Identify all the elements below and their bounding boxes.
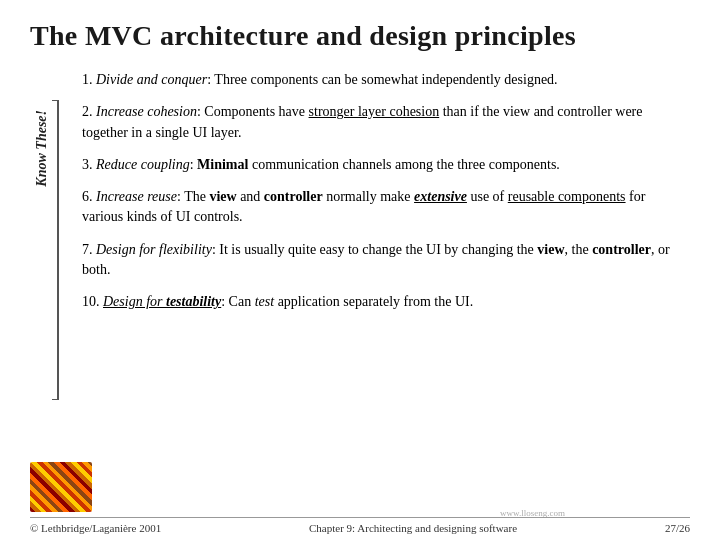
item-2-label: Increase cohesion [96, 104, 197, 119]
item-6-controller: controller [264, 189, 323, 204]
item-6-use: use of [467, 189, 508, 204]
item-10-label-design: Design for [103, 294, 166, 309]
item-7-controller: controller [592, 242, 651, 257]
item-1-label: Divide and conquer [96, 72, 207, 87]
item-6-view: view [209, 189, 236, 204]
item-10-rest: application separately from the UI. [274, 294, 473, 309]
item-10-number: 10. [82, 294, 103, 309]
item-1: 1. Divide and conquer: Three components … [82, 70, 690, 90]
content-wrapper: Know These! 1. Divide and conquer: Three… [30, 70, 690, 400]
main-content: 1. Divide and conquer: Three components … [82, 70, 690, 400]
footer-chapter: Chapter 9: Architecting and designing so… [161, 522, 665, 534]
item-10-test: test [255, 294, 274, 309]
item-3-label: Reduce coupling [96, 157, 190, 172]
item-6-colon: : The [177, 189, 209, 204]
item-6-number: 6. [82, 189, 96, 204]
item-3-rest: communication channels among the three c… [248, 157, 559, 172]
item-7: 7. Design for flexibility: It is usually… [82, 240, 690, 281]
item-2-text: 2. Increase cohesion: Components have st… [82, 104, 643, 139]
item-6-and: and [237, 189, 264, 204]
item-7-comma1: , the [565, 242, 593, 257]
footer-divider [30, 517, 690, 518]
item-7-number: 7. [82, 242, 96, 257]
footer-copyright: © Lethbridge/Laganière 2001 [30, 522, 161, 534]
item-3: 3. Reduce coupling: Minimal communicatio… [82, 155, 690, 175]
item-6-label: Increase reuse [96, 189, 177, 204]
footer-row: © Lethbridge/Laganière 2001 Chapter 9: A… [30, 522, 690, 534]
brace-svg [50, 100, 62, 400]
item-10-colon: : Can [221, 294, 254, 309]
item-7-colon: : It is usually quite easy to change the… [212, 242, 537, 257]
item-6-normally: normally make [323, 189, 414, 204]
item-6-reusable: reusable components [508, 189, 626, 204]
item-3-number: 3. [82, 157, 96, 172]
footer-page: 27/26 [665, 522, 690, 534]
item-2-number: 2. [82, 104, 96, 119]
item-6: 6. Increase reuse: The view and controll… [82, 187, 690, 228]
item-6-text: 6. Increase reuse: The view and controll… [82, 189, 645, 224]
decorative-image [30, 462, 92, 512]
item-2: 2. Increase cohesion: Components have st… [82, 102, 690, 143]
item-7-text: 7. Design for flexibility: It is usually… [82, 242, 670, 277]
know-these-label: Know These! [30, 110, 50, 187]
item-7-view: view [537, 242, 564, 257]
item-7-label: Design for flexibility [96, 242, 212, 257]
item-10: 10. Design for testability: Can test app… [82, 292, 690, 312]
item-1-text: 1. Divide and conquer: Three components … [82, 72, 558, 87]
item-1-colon: : Three components can be somewhat indep… [207, 72, 557, 87]
item-2-colon: : Components have [197, 104, 309, 119]
item-6-extensive: extensive [414, 189, 467, 204]
item-2-underline: stronger layer cohesion [309, 104, 440, 119]
brace-container: Know These! [30, 70, 70, 400]
slide-title: The MVC architecture and design principl… [30, 20, 690, 52]
item-3-text: 3. Reduce coupling: Minimal communicatio… [82, 157, 560, 172]
item-10-text: 10. Design for testability: Can test app… [82, 294, 473, 309]
item-3-colon: : [190, 157, 197, 172]
item-10-label-testability: testability [166, 294, 221, 309]
item-1-number: 1. [82, 72, 96, 87]
slide: The MVC architecture and design principl… [0, 0, 720, 540]
item-3-minimal: Minimal [197, 157, 248, 172]
footer: © Lethbridge/Laganière 2001 Chapter 9: A… [0, 517, 720, 540]
